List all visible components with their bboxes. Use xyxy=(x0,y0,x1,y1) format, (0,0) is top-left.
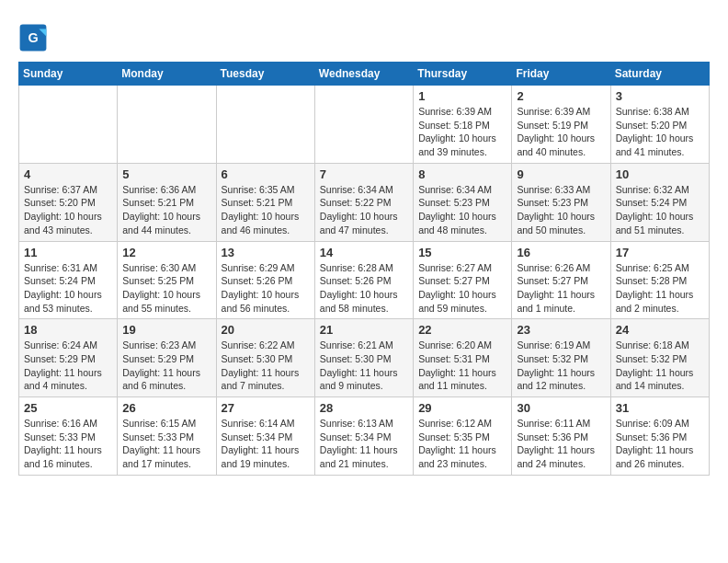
calendar-cell: 24Sunrise: 6:18 AMSunset: 5:32 PMDayligh… xyxy=(610,319,709,397)
day-info: Sunrise: 6:14 AMSunset: 5:34 PMDaylight:… xyxy=(222,417,310,471)
calendar-cell: 22Sunrise: 6:20 AMSunset: 5:31 PMDayligh… xyxy=(414,319,512,397)
day-info: Sunrise: 6:21 AMSunset: 5:30 PMDaylight:… xyxy=(320,339,408,393)
day-info: Sunrise: 6:24 AMSunset: 5:29 PMDaylight:… xyxy=(24,339,112,393)
calendar-cell: 1Sunrise: 6:39 AMSunset: 5:18 PMDaylight… xyxy=(414,86,512,164)
day-info: Sunrise: 6:33 AMSunset: 5:23 PMDaylight:… xyxy=(517,183,605,237)
day-info: Sunrise: 6:36 AMSunset: 5:21 PMDaylight:… xyxy=(122,183,210,237)
calendar-cell xyxy=(314,86,413,164)
day-info: Sunrise: 6:26 AMSunset: 5:27 PMDaylight:… xyxy=(517,261,605,316)
week-row-3: 11Sunrise: 6:31 AMSunset: 5:24 PMDayligh… xyxy=(19,241,710,319)
day-info: Sunrise: 6:25 AMSunset: 5:28 PMDaylight:… xyxy=(616,261,704,316)
day-info: Sunrise: 6:13 AMSunset: 5:34 PMDaylight:… xyxy=(320,417,408,471)
day-number: 12 xyxy=(122,246,210,259)
day-number: 25 xyxy=(24,401,112,415)
day-info: Sunrise: 6:23 AMSunset: 5:29 PMDaylight:… xyxy=(122,339,210,393)
calendar-cell: 11Sunrise: 6:31 AMSunset: 5:24 PMDayligh… xyxy=(19,241,118,319)
calendar-cell: 26Sunrise: 6:15 AMSunset: 5:33 PMDayligh… xyxy=(118,397,216,476)
calendar-cell: 28Sunrise: 6:13 AMSunset: 5:34 PMDayligh… xyxy=(314,397,413,476)
day-number: 24 xyxy=(616,323,704,337)
day-number: 14 xyxy=(320,246,408,259)
calendar-cell: 15Sunrise: 6:27 AMSunset: 5:27 PMDayligh… xyxy=(414,241,512,319)
day-info: Sunrise: 6:34 AMSunset: 5:23 PMDaylight:… xyxy=(418,183,506,237)
day-info: Sunrise: 6:31 AMSunset: 5:24 PMDaylight:… xyxy=(24,261,112,316)
day-info: Sunrise: 6:30 AMSunset: 5:25 PMDaylight:… xyxy=(122,261,210,316)
day-info: Sunrise: 6:29 AMSunset: 5:26 PMDaylight:… xyxy=(222,261,310,316)
calendar-cell: 5Sunrise: 6:36 AMSunset: 5:21 PMDaylight… xyxy=(118,163,216,241)
calendar-cell: 18Sunrise: 6:24 AMSunset: 5:29 PMDayligh… xyxy=(19,319,118,397)
week-row-5: 25Sunrise: 6:16 AMSunset: 5:33 PMDayligh… xyxy=(19,397,710,476)
day-number: 3 xyxy=(616,89,704,103)
page-header: G xyxy=(18,18,710,52)
day-number: 15 xyxy=(418,246,506,259)
calendar-cell: 30Sunrise: 6:11 AMSunset: 5:36 PMDayligh… xyxy=(512,397,610,476)
day-info: Sunrise: 6:16 AMSunset: 5:33 PMDaylight:… xyxy=(24,417,112,471)
header-cell-sunday: Sunday xyxy=(19,63,118,86)
calendar-table: SundayMondayTuesdayWednesdayThursdayFrid… xyxy=(18,62,710,476)
day-number: 30 xyxy=(517,401,605,415)
calendar-cell: 16Sunrise: 6:26 AMSunset: 5:27 PMDayligh… xyxy=(512,241,610,319)
calendar-header: SundayMondayTuesdayWednesdayThursdayFrid… xyxy=(19,63,710,86)
calendar-cell: 19Sunrise: 6:23 AMSunset: 5:29 PMDayligh… xyxy=(118,319,216,397)
day-info: Sunrise: 6:28 AMSunset: 5:26 PMDaylight:… xyxy=(320,261,408,316)
day-number: 16 xyxy=(517,246,605,259)
svg-text:G: G xyxy=(28,30,38,45)
day-info: Sunrise: 6:19 AMSunset: 5:32 PMDaylight:… xyxy=(517,339,605,393)
day-number: 29 xyxy=(418,401,506,415)
calendar-cell: 14Sunrise: 6:28 AMSunset: 5:26 PMDayligh… xyxy=(314,241,413,319)
calendar-cell xyxy=(118,86,216,164)
day-number: 13 xyxy=(222,246,310,259)
calendar-cell: 10Sunrise: 6:32 AMSunset: 5:24 PMDayligh… xyxy=(610,163,709,241)
day-number: 4 xyxy=(24,167,112,181)
day-number: 28 xyxy=(320,401,408,415)
day-info: Sunrise: 6:12 AMSunset: 5:35 PMDaylight:… xyxy=(418,417,506,471)
calendar-cell: 17Sunrise: 6:25 AMSunset: 5:28 PMDayligh… xyxy=(610,241,709,319)
day-number: 8 xyxy=(418,167,506,181)
calendar-cell: 3Sunrise: 6:38 AMSunset: 5:20 PMDaylight… xyxy=(610,86,709,164)
day-info: Sunrise: 6:22 AMSunset: 5:30 PMDaylight:… xyxy=(222,339,310,393)
day-number: 22 xyxy=(418,323,506,337)
day-number: 17 xyxy=(616,246,704,259)
day-number: 26 xyxy=(122,401,210,415)
header-cell-saturday: Saturday xyxy=(610,63,709,86)
header-cell-friday: Friday xyxy=(512,63,610,86)
week-row-4: 18Sunrise: 6:24 AMSunset: 5:29 PMDayligh… xyxy=(19,319,710,397)
day-number: 11 xyxy=(24,246,112,259)
calendar-cell: 2Sunrise: 6:39 AMSunset: 5:19 PMDaylight… xyxy=(512,86,610,164)
calendar-cell: 9Sunrise: 6:33 AMSunset: 5:23 PMDaylight… xyxy=(512,163,610,241)
day-info: Sunrise: 6:18 AMSunset: 5:32 PMDaylight:… xyxy=(616,339,704,393)
calendar-cell: 21Sunrise: 6:21 AMSunset: 5:30 PMDayligh… xyxy=(314,319,413,397)
day-info: Sunrise: 6:38 AMSunset: 5:20 PMDaylight:… xyxy=(616,105,704,159)
header-cell-thursday: Thursday xyxy=(414,63,512,86)
calendar-cell: 29Sunrise: 6:12 AMSunset: 5:35 PMDayligh… xyxy=(414,397,512,476)
day-info: Sunrise: 6:34 AMSunset: 5:22 PMDaylight:… xyxy=(320,183,408,237)
calendar-cell: 31Sunrise: 6:09 AMSunset: 5:36 PMDayligh… xyxy=(610,397,709,476)
day-number: 18 xyxy=(24,323,112,337)
calendar-cell: 8Sunrise: 6:34 AMSunset: 5:23 PMDaylight… xyxy=(414,163,512,241)
week-row-2: 4Sunrise: 6:37 AMSunset: 5:20 PMDaylight… xyxy=(19,163,710,241)
calendar-cell: 25Sunrise: 6:16 AMSunset: 5:33 PMDayligh… xyxy=(19,397,118,476)
calendar-cell: 13Sunrise: 6:29 AMSunset: 5:26 PMDayligh… xyxy=(216,241,314,319)
day-number: 31 xyxy=(616,401,704,415)
day-number: 7 xyxy=(320,167,408,181)
day-number: 23 xyxy=(517,323,605,337)
day-number: 9 xyxy=(517,167,605,181)
day-info: Sunrise: 6:39 AMSunset: 5:19 PMDaylight:… xyxy=(517,105,605,159)
day-info: Sunrise: 6:27 AMSunset: 5:27 PMDaylight:… xyxy=(418,261,506,316)
calendar-cell xyxy=(19,86,118,164)
week-row-1: 1Sunrise: 6:39 AMSunset: 5:18 PMDaylight… xyxy=(19,86,710,164)
header-row: SundayMondayTuesdayWednesdayThursdayFrid… xyxy=(19,63,710,86)
day-info: Sunrise: 6:39 AMSunset: 5:18 PMDaylight:… xyxy=(418,105,506,159)
header-cell-monday: Monday xyxy=(118,63,216,86)
calendar-cell: 27Sunrise: 6:14 AMSunset: 5:34 PMDayligh… xyxy=(216,397,314,476)
day-info: Sunrise: 6:11 AMSunset: 5:36 PMDaylight:… xyxy=(517,417,605,471)
day-number: 27 xyxy=(222,401,310,415)
calendar-cell: 12Sunrise: 6:30 AMSunset: 5:25 PMDayligh… xyxy=(118,241,216,319)
day-info: Sunrise: 6:35 AMSunset: 5:21 PMDaylight:… xyxy=(222,183,310,237)
day-info: Sunrise: 6:15 AMSunset: 5:33 PMDaylight:… xyxy=(122,417,210,471)
calendar-cell: 7Sunrise: 6:34 AMSunset: 5:22 PMDaylight… xyxy=(314,163,413,241)
calendar-cell: 20Sunrise: 6:22 AMSunset: 5:30 PMDayligh… xyxy=(216,319,314,397)
calendar-cell: 4Sunrise: 6:37 AMSunset: 5:20 PMDaylight… xyxy=(19,163,118,241)
day-number: 20 xyxy=(222,323,310,337)
day-number: 21 xyxy=(320,323,408,337)
header-cell-tuesday: Tuesday xyxy=(216,63,314,86)
